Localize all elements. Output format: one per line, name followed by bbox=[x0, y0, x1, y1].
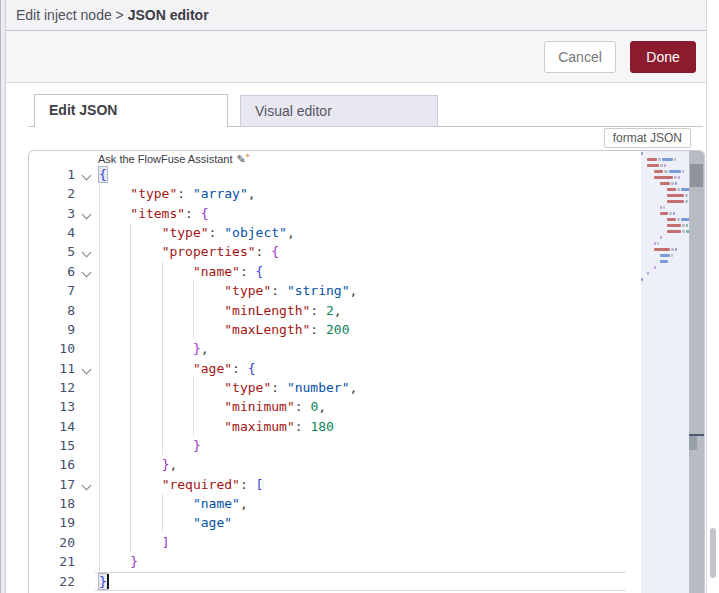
indent-guide bbox=[130, 359, 131, 378]
indent-guide bbox=[99, 455, 100, 474]
line-number: 1 bbox=[29, 165, 75, 184]
code-text[interactable]: } bbox=[97, 436, 626, 455]
code-text[interactable]: "minimum": 0, bbox=[97, 397, 626, 416]
fold-gutter bbox=[75, 572, 97, 591]
code-text[interactable]: "items": { bbox=[97, 204, 626, 223]
code-text[interactable]: "name": { bbox=[97, 262, 626, 281]
code-line[interactable]: 22} bbox=[29, 572, 626, 591]
code-line[interactable]: 1{ bbox=[29, 165, 626, 184]
code-text[interactable]: "properties": { bbox=[97, 242, 626, 261]
code-text[interactable]: "type": "array", bbox=[97, 184, 626, 203]
tab-edit-json[interactable]: Edit JSON bbox=[34, 94, 228, 127]
line-number: 13 bbox=[29, 397, 75, 416]
editor-tray: Edit inject node > JSON editor Cancel Do… bbox=[6, 0, 707, 593]
fold-toggle[interactable] bbox=[75, 242, 97, 261]
fold-toggle[interactable] bbox=[75, 165, 97, 184]
code-line[interactable]: 13"minimum": 0, bbox=[29, 397, 626, 416]
cancel-button[interactable]: Cancel bbox=[544, 41, 616, 73]
code-text[interactable]: "maxLength": 200 bbox=[97, 320, 626, 339]
indent-guide bbox=[162, 417, 163, 436]
fold-gutter bbox=[75, 320, 97, 339]
code-line[interactable]: 11"age": { bbox=[29, 359, 626, 378]
chevron-down-icon bbox=[81, 248, 91, 258]
code-text[interactable]: "age": { bbox=[97, 359, 626, 378]
code-line[interactable]: 20] bbox=[29, 533, 626, 552]
indent-guide bbox=[162, 494, 163, 513]
code-text[interactable]: } bbox=[97, 552, 626, 571]
fold-toggle[interactable] bbox=[75, 475, 97, 494]
code-text[interactable]: "required": [ bbox=[97, 475, 626, 494]
line-number: 19 bbox=[29, 513, 75, 532]
indent-guide bbox=[193, 397, 194, 416]
fold-gutter bbox=[75, 397, 97, 416]
code-text[interactable]: "name", bbox=[97, 494, 626, 513]
code-line[interactable]: 16}, bbox=[29, 455, 626, 474]
tab-visual-editor[interactable]: Visual editor bbox=[240, 95, 438, 127]
code-text[interactable]: "type": "object", bbox=[97, 223, 626, 242]
assistant-sparkle-icon: ✦ bbox=[245, 152, 251, 159]
minimap-line bbox=[641, 277, 689, 283]
code-line[interactable]: 3"items": { bbox=[29, 204, 626, 223]
dialog-button-bar: Cancel Done bbox=[6, 31, 706, 83]
indent-guide bbox=[99, 281, 100, 300]
line-number: 20 bbox=[29, 533, 75, 552]
editor-scrollbar[interactable] bbox=[689, 151, 704, 593]
line-number: 6 bbox=[29, 262, 75, 281]
code-text[interactable]: "maximum": 180 bbox=[97, 417, 626, 436]
dialog-body: Edit JSON Visual editor format JSON Ask … bbox=[6, 83, 706, 593]
indent-guide bbox=[99, 494, 100, 513]
code-line[interactable]: 7"type": "string", bbox=[29, 281, 626, 300]
code-line[interactable]: 9"maxLength": 200 bbox=[29, 320, 626, 339]
code-text[interactable]: }, bbox=[97, 455, 626, 474]
code-line[interactable]: 12"type": "number", bbox=[29, 378, 626, 397]
fold-toggle[interactable] bbox=[75, 359, 97, 378]
code-text[interactable]: "minLength": 2, bbox=[97, 301, 626, 320]
fold-gutter bbox=[75, 552, 97, 571]
code-text[interactable]: } bbox=[97, 572, 626, 591]
fold-toggle[interactable] bbox=[75, 262, 97, 281]
line-number: 17 bbox=[29, 475, 75, 494]
fold-gutter bbox=[75, 378, 97, 397]
format-json-button[interactable]: format JSON bbox=[604, 128, 691, 148]
fold-gutter bbox=[75, 513, 97, 532]
indent-guide bbox=[130, 301, 131, 320]
code-line[interactable]: 10}, bbox=[29, 339, 626, 358]
code-line[interactable]: 14"maximum": 180 bbox=[29, 417, 626, 436]
fold-gutter bbox=[75, 436, 97, 455]
editor-scrollbar-thumb[interactable] bbox=[690, 164, 703, 187]
indent-guide bbox=[162, 320, 163, 339]
breadcrumb-parent[interactable]: Edit inject node bbox=[16, 7, 112, 23]
code-line[interactable]: 21} bbox=[29, 552, 626, 571]
code-text[interactable]: "age" bbox=[97, 513, 626, 532]
fold-gutter bbox=[75, 301, 97, 320]
indent-guide bbox=[130, 262, 131, 281]
code-text[interactable]: "type": "number", bbox=[97, 378, 626, 397]
code-text[interactable]: "type": "string", bbox=[97, 281, 626, 300]
code-line[interactable]: 18"name", bbox=[29, 494, 626, 513]
page-scrollbar[interactable] bbox=[706, 0, 719, 593]
code-line[interactable]: 2"type": "array", bbox=[29, 184, 626, 203]
line-number: 21 bbox=[29, 552, 75, 571]
code-text[interactable]: ] bbox=[97, 533, 626, 552]
indent-guide bbox=[99, 301, 100, 320]
code-line[interactable]: 17"required": [ bbox=[29, 475, 626, 494]
indent-guide bbox=[193, 320, 194, 339]
code-line[interactable]: 5"properties": { bbox=[29, 242, 626, 261]
code-line[interactable]: 19"age" bbox=[29, 513, 626, 532]
code-line[interactable]: 8"minLength": 2, bbox=[29, 301, 626, 320]
indent-guide bbox=[99, 262, 100, 281]
line-number: 4 bbox=[29, 223, 75, 242]
json-code-editor[interactable]: Ask the FlowFuse Assistant✎✦ 1{2"type": … bbox=[28, 150, 705, 593]
assistant-prompt[interactable]: Ask the FlowFuse Assistant✎✦ bbox=[98, 152, 251, 165]
code-line[interactable]: 4"type": "object", bbox=[29, 223, 626, 242]
code-text[interactable]: }, bbox=[97, 339, 626, 358]
line-number: 7 bbox=[29, 281, 75, 300]
fold-gutter bbox=[75, 184, 97, 203]
fold-toggle[interactable] bbox=[75, 204, 97, 223]
code-line[interactable]: 15} bbox=[29, 436, 626, 455]
done-button[interactable]: Done bbox=[630, 41, 696, 73]
code-line[interactable]: 6"name": { bbox=[29, 262, 626, 281]
code-text[interactable]: { bbox=[97, 165, 626, 184]
page-scrollbar-thumb[interactable] bbox=[710, 528, 716, 578]
minimap[interactable] bbox=[641, 151, 689, 593]
